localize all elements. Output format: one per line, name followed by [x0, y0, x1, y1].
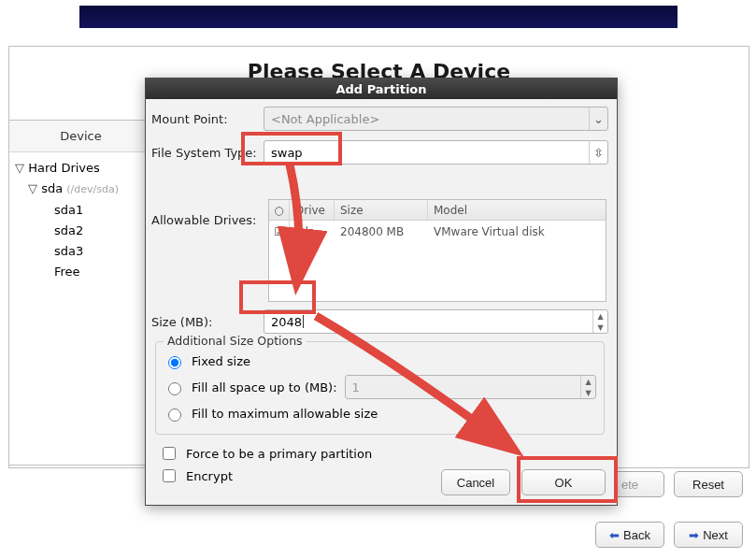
tree-root[interactable]: ▽ Hard Drives [13, 158, 149, 179]
arrow-right-icon: ➡ [689, 528, 699, 542]
fill-upto-input: 1 ▲▼ [345, 375, 596, 399]
button-label: Back [623, 528, 650, 542]
size-options-fieldset: Additional Size Options Fixed size Fill … [155, 341, 605, 435]
chevron-down-icon: ▽ [15, 160, 24, 177]
chevron-down-icon: ▽ [28, 180, 37, 197]
add-partition-dialog: Add Partition Mount Point: <Not Applicab… [145, 78, 618, 506]
spinner-buttons[interactable]: ▲▼ [592, 310, 607, 333]
mount-point-label: Mount Point: [151, 112, 264, 126]
dropdown-value: <Not Applicable> [271, 112, 379, 126]
size-option-fill-max[interactable]: Fill to maximum allowable size [164, 400, 596, 426]
drives-header: ○ Drive Size Model [269, 200, 606, 221]
radio-fill-upto[interactable] [168, 382, 181, 395]
fs-type-label: File System Type: [151, 146, 264, 160]
text-caret [303, 315, 304, 328]
drive-model: VMware Virtual disk [428, 221, 606, 243]
size-label: Size (MB): [151, 315, 264, 329]
arrow-left-icon: ⬅ [609, 528, 620, 542]
checkbox-label: Encrypt [186, 469, 233, 483]
allowable-drives-list[interactable]: ○ Drive Size Model ☑ sda 204800 MB VMwar… [268, 199, 606, 302]
device-tree: Device ▽ Hard Drives ▽ sda (/dev/sda) sd… [8, 120, 153, 466]
tree-disk[interactable]: ▽ sda (/dev/sda) [13, 179, 149, 200]
tree-label: sda3 [54, 244, 83, 258]
drive-row[interactable]: ☑ sda 204800 MB VMware Virtual disk [269, 221, 606, 243]
fieldset-legend: Additional Size Options [164, 334, 307, 348]
col-model: Model [428, 200, 606, 220]
button-label: Next [703, 528, 728, 542]
drive-size: 204800 MB [335, 221, 428, 243]
tree-part[interactable]: sda3 [13, 241, 149, 262]
cancel-button[interactable]: Cancel [441, 469, 510, 495]
radio-label: Fill to maximum allowable size [192, 407, 378, 421]
next-button[interactable]: ➡ Next [674, 522, 743, 548]
tree-part[interactable]: sda2 [13, 221, 149, 241]
radio-fill-max[interactable] [168, 408, 181, 422]
reset-button[interactable]: Reset [674, 471, 743, 497]
col-drive: Drive [290, 200, 335, 220]
drive-checkbox[interactable]: ☑ [269, 221, 290, 243]
radio-label: Fill all space up to (MB): [192, 380, 337, 394]
radio-fixed[interactable] [168, 356, 181, 369]
size-option-fixed[interactable]: Fixed size [164, 348, 596, 374]
size-option-fill-upto[interactable]: Fill all space up to (MB): 1 ▲▼ [164, 374, 596, 400]
device-tree-header: Device [9, 121, 152, 152]
tree-label: sda1 [54, 203, 83, 217]
ok-button[interactable]: OK [521, 469, 606, 495]
tree-label: sda [41, 181, 63, 195]
checkbox-encrypt[interactable] [163, 469, 176, 482]
checkbox-force-primary[interactable] [163, 447, 176, 460]
size-input[interactable]: 2048 ▲▼ [264, 309, 608, 334]
dialog-title: Add Partition [146, 79, 617, 99]
back-button[interactable]: ⬅ Back [595, 522, 664, 548]
force-primary-option[interactable]: Force to be a primary partition [151, 442, 608, 465]
input-value: 2048 [271, 315, 302, 329]
mount-point-dropdown[interactable]: <Not Applicable> ⌄ [264, 107, 608, 131]
checkbox-label: Force to be a primary partition [186, 447, 372, 461]
col-size: Size [335, 200, 428, 220]
tree-label: sda2 [54, 223, 83, 237]
tree-devpath: (/dev/sda) [66, 183, 119, 195]
chevron-down-icon: ⌄ [589, 108, 607, 130]
input-value: 1 [352, 380, 360, 394]
tree-free[interactable]: Free [13, 262, 149, 282]
col-check: ○ [269, 200, 290, 220]
radio-label: Fixed size [192, 354, 250, 368]
updown-icon: ⇳ [589, 141, 607, 164]
tree-label: Free [54, 265, 80, 279]
allowable-drives-label: Allowable Drives: [151, 172, 264, 227]
dropdown-value: swap [271, 146, 303, 160]
installer-banner [79, 6, 678, 28]
tree-label: Hard Drives [28, 161, 100, 175]
tree-part[interactable]: sda1 [13, 200, 149, 221]
fs-type-dropdown[interactable]: swap ⇳ [264, 140, 608, 165]
spinner-buttons: ▲▼ [580, 376, 595, 398]
drive-name: sda [290, 221, 335, 243]
